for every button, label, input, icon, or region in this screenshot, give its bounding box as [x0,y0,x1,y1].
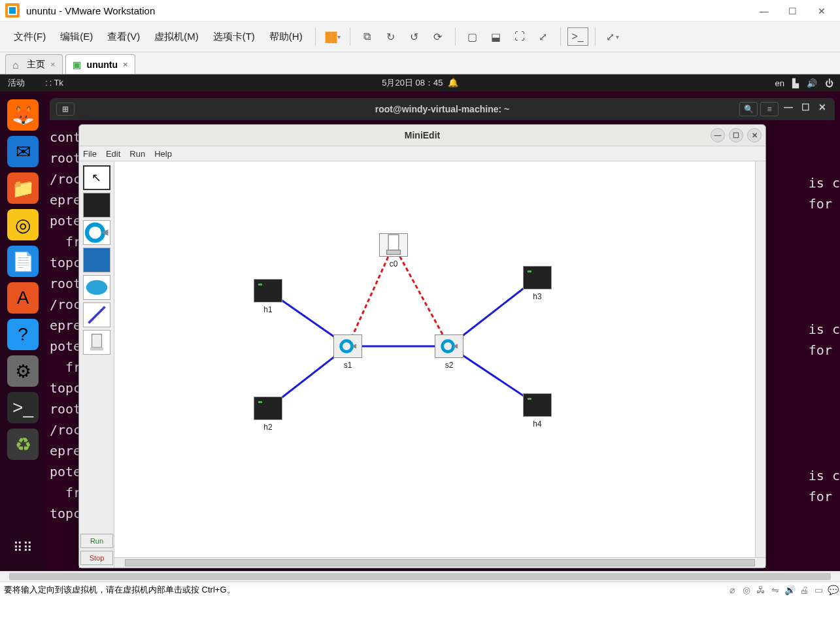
vm-icon [73,59,83,70]
tool-select[interactable]: ↖ [83,165,110,190]
toolbar-screen-4[interactable]: ⤢ [533,27,554,46]
node-s1[interactable]: s1 [330,334,365,370]
node-c0[interactable]: c0 [376,233,411,269]
close-button[interactable]: ✕ [809,6,835,16]
status-usb-icon[interactable]: ⇋ [768,585,782,595]
dock-writer-icon[interactable]: 📄 [7,246,39,277]
menu-tabs[interactable]: 选项卡(T) [206,31,262,43]
toolbar-icon-4[interactable]: ⟳ [428,27,448,46]
svg-rect-4 [90,348,103,351]
svg-rect-12 [388,235,399,250]
node-s2[interactable]: s2 [431,334,467,370]
miniedit-stop-button[interactable]: Stop [80,551,113,565]
status-printer-icon[interactable]: 🖨 [797,585,811,595]
tool-switch[interactable] [83,220,110,245]
tab-home[interactable]: 主页 × [5,54,63,74]
status-disk-icon[interactable]: ⌀ [725,585,739,595]
sound-icon[interactable]: 🔊 [807,78,817,88]
menu-file[interactable]: 文件(F) [7,31,53,43]
dock-software-icon[interactable]: A [7,282,39,314]
dock-settings-icon[interactable]: ⚙ [7,355,39,387]
terminal-menu-button[interactable]: ≡ [760,102,779,116]
toolbar-fullscreen-icon[interactable]: ⤢▾ [602,27,623,46]
node-h2[interactable]: h2 [250,397,286,432]
toolbar-screen-2[interactable]: ⬓ [486,27,507,46]
minimize-button[interactable]: — [751,6,777,16]
miniedit-menu-file[interactable]: File [83,149,97,159]
menu-vm[interactable]: 虚拟机(M) [147,31,206,43]
vmware-tabstrip: 主页 × ununtu × [0,52,840,74]
status-display-icon[interactable]: ▭ [811,585,826,595]
miniedit-body: ↖ Run Stop c0h1h2h3h4s1s2 [79,161,765,568]
toolbar-console-icon[interactable]: >_ [567,27,588,46]
tool-legacy-switch[interactable] [83,248,110,272]
status-message-icon[interactable]: 💬 [826,585,840,595]
miniedit-minimize-button[interactable]: — [711,128,725,142]
vmware-horizontal-scrollbar[interactable] [0,571,840,581]
miniedit-run-button[interactable]: Run [80,534,113,548]
tab-ununtu-label: ununtu [87,59,118,70]
miniedit-maximize-button[interactable]: ☐ [729,128,743,142]
node-h3[interactable]: h3 [520,266,555,301]
dock-firefox-icon[interactable]: 🦊 [7,99,39,131]
tool-host[interactable] [83,193,110,218]
node-h1[interactable]: h1 [250,279,286,314]
dock-rhythmbox-icon[interactable]: ◎ [7,209,39,240]
status-cd-icon[interactable]: ◎ [739,585,754,595]
dock-thunderbird-icon[interactable]: ✉ [7,136,39,167]
power-icon[interactable]: ⏻ [825,78,833,88]
node-h4[interactable]: h4 [520,393,555,429]
status-network-icon[interactable]: 🖧 [754,585,768,595]
terminal-new-tab-button[interactable]: ⊞ [56,103,75,116]
toolbar-icon-1[interactable]: ⧉ [357,27,378,46]
miniedit-menu-help[interactable]: Help [154,149,172,159]
miniedit-canvas[interactable]: c0h1h2h3h4s1s2 [114,161,765,568]
dock-help-icon[interactable]: ? [7,319,39,350]
dock-files-icon[interactable]: 📁 [7,172,39,204]
miniedit-toolbar: ↖ Run Stop [79,161,114,568]
status-sound-icon[interactable]: 🔊 [782,585,797,595]
tool-router[interactable] [83,275,110,300]
vmware-title: ununtu - VMware Workstation [26,5,155,16]
dock-trash-icon[interactable]: ♻ [7,429,39,460]
miniedit-menu-edit[interactable]: Edit [106,149,120,159]
terminal-minimize-button[interactable]: — [781,102,796,116]
menu-edit[interactable]: 编辑(E) [53,31,100,43]
toolbar-screen-3[interactable]: ⛶ [509,27,530,46]
node-label: h4 [520,419,555,429]
menu-view[interactable]: 查看(V) [100,31,147,43]
input-source-indicator[interactable]: en [775,78,784,88]
dock-apps-grid-icon[interactable]: ⠿⠿ [7,532,39,563]
miniedit-menu-run[interactable]: Run [129,149,145,159]
pause-button[interactable]: ▮▮▾ [322,27,343,46]
node-label: s1 [330,361,365,370]
miniedit-title: MiniEdit [405,130,440,140]
toolbar-screen-1[interactable]: ▢ [462,27,483,46]
miniedit-vertical-scrollbar[interactable] [755,161,765,557]
maximize-button[interactable]: ☐ [780,6,806,16]
menu-help[interactable]: 帮助(H) [262,31,310,43]
ubuntu-dock: 🦊 ✉ 📁 ◎ 📄 A ? ⚙ >_ ♻ ⠿⠿ [0,91,46,571]
appmenu-tk[interactable]: ⸬ Tk [46,78,63,88]
terminal-search-button[interactable]: 🔍 [739,102,758,116]
tool-controller[interactable] [83,330,110,355]
tab-ununtu[interactable]: ununtu × [65,54,135,74]
network-icon[interactable]: ▙ [792,78,799,88]
toolbar-icon-3[interactable]: ↺ [404,27,425,46]
clock[interactable]: 5月20日 08：45 🔔 [382,77,458,89]
miniedit-horizontal-scrollbar[interactable] [114,557,765,568]
dock-terminal-icon[interactable]: >_ [7,392,39,423]
terminal-maximize-button[interactable]: ☐ [798,102,813,116]
activities-button[interactable]: 活动 [0,77,33,89]
tab-ununtu-close-icon[interactable]: × [123,59,128,69]
miniedit-titlebar[interactable]: MiniEdit — ☐ ✕ [79,125,765,146]
miniedit-close-button[interactable]: ✕ [747,128,762,142]
node-label: s2 [431,361,467,370]
toolbar-icon-2[interactable]: ↻ [380,27,401,46]
tool-link[interactable] [83,302,110,327]
vmware-logo-icon [5,3,20,18]
svg-rect-13 [387,250,401,255]
tab-home-close-icon[interactable]: × [50,59,56,69]
guest-display[interactable]: cont root /roc epre pote fr topc root /r… [0,74,840,571]
terminal-close-button[interactable]: ✕ [815,102,830,116]
